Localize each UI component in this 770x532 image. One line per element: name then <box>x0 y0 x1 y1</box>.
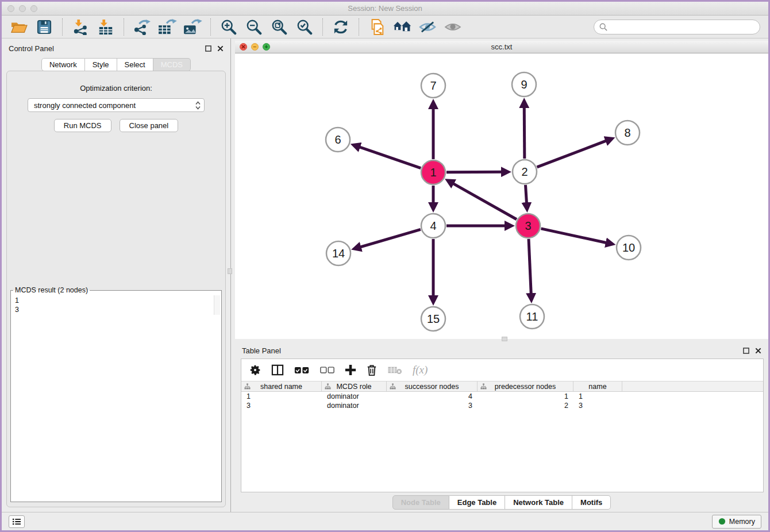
node-6[interactable]: 6 <box>326 128 350 152</box>
control-panel: Control Panel Network Style Select MCDS … <box>2 38 230 512</box>
column-layout-icon[interactable] <box>271 364 284 376</box>
edge-3-10[interactable] <box>541 229 606 243</box>
function-builder-button[interactable]: f(x) <box>413 364 428 376</box>
attribute-type-icon <box>480 383 487 390</box>
table-splitter-handle[interactable] <box>502 337 507 341</box>
tab-select[interactable]: Select <box>117 58 153 71</box>
node-4[interactable]: 4 <box>421 214 445 238</box>
table-cell[interactable]: 4 <box>387 392 478 400</box>
panel-splitter[interactable] <box>230 38 235 512</box>
export-image-button[interactable] <box>181 17 204 37</box>
table-cell[interactable]: 1 <box>478 392 573 400</box>
edge-4-14[interactable] <box>360 229 421 246</box>
table-row[interactable]: 1dominator411 <box>241 392 763 401</box>
save-session-button[interactable] <box>33 17 56 37</box>
zoom-out-button[interactable] <box>242 17 265 37</box>
apply-layout-button[interactable] <box>329 17 352 37</box>
edge-3-1[interactable] <box>453 184 517 219</box>
table-cell[interactable]: 3 <box>387 402 478 410</box>
column-header-name[interactable]: name <box>573 381 622 391</box>
column-header-successor-nodes[interactable]: successor nodes <box>387 381 478 391</box>
edge-1-6[interactable] <box>360 147 421 168</box>
node-11[interactable]: 11 <box>520 304 544 329</box>
svg-text:15: 15 <box>427 313 440 325</box>
node-7[interactable]: 7 <box>421 74 445 98</box>
export-image-icon <box>183 19 202 35</box>
edge-3-11[interactable] <box>529 239 531 294</box>
network-close-button[interactable]: ✕ <box>240 43 247 51</box>
node-15[interactable]: 15 <box>421 307 445 331</box>
tab-node-table[interactable]: Node Table <box>392 495 449 510</box>
zoom-fit-button[interactable] <box>268 17 291 37</box>
deselect-all-rows-icon[interactable] <box>320 367 334 373</box>
edge-2-3[interactable] <box>525 185 526 203</box>
table-cell[interactable]: 3 <box>241 402 322 410</box>
export-network-icon <box>133 19 151 35</box>
show-task-history-button[interactable] <box>9 515 25 528</box>
export-table-button[interactable] <box>156 17 179 37</box>
network-zoom-button[interactable]: + <box>263 43 270 51</box>
search-input[interactable] <box>611 22 754 31</box>
zoom-selected-button[interactable] <box>293 17 316 37</box>
table-settings-gear-icon[interactable] <box>249 364 261 376</box>
node-10[interactable]: 10 <box>617 236 641 260</box>
column-header-mcds-role[interactable]: MCDS role <box>322 381 387 391</box>
table-cell[interactable]: dominator <box>322 402 387 410</box>
tab-style[interactable]: Style <box>85 58 117 71</box>
node-9[interactable]: 9 <box>512 72 536 97</box>
table-cell[interactable]: 2 <box>478 402 573 410</box>
node-14[interactable]: 14 <box>326 241 351 265</box>
network-canvas[interactable]: 7968124314101511 <box>235 53 768 339</box>
optimization-criterion-select[interactable]: strongly connected component <box>28 98 205 112</box>
table-cell[interactable]: 1 <box>241 392 322 400</box>
select-stepper-icon <box>195 101 201 110</box>
zoom-in-button[interactable] <box>217 17 240 37</box>
column-header-predecessor-nodes[interactable]: predecessor nodes <box>478 381 573 391</box>
table-splitter[interactable] <box>235 339 768 344</box>
network-minimize-button[interactable]: − <box>251 43 259 51</box>
close-table-panel-icon[interactable] <box>755 348 761 354</box>
delete-column-trash-icon[interactable] <box>367 364 377 376</box>
table-cell[interactable]: dominator <box>322 392 387 400</box>
hide-selected-button[interactable] <box>416 17 439 37</box>
add-column-icon[interactable] <box>345 364 356 376</box>
memory-button[interactable]: Memory <box>712 515 761 529</box>
column-header-shared-name[interactable]: shared name <box>241 381 322 391</box>
float-table-panel-icon[interactable] <box>743 348 749 354</box>
network-graph[interactable]: 7968124314101511 <box>235 53 768 339</box>
table-cell[interactable]: 3 <box>573 402 622 410</box>
search-box[interactable] <box>594 20 760 34</box>
close-panel-icon[interactable] <box>217 45 224 52</box>
edge-2-9[interactable] <box>524 107 525 159</box>
node-1[interactable]: 1 <box>421 160 445 184</box>
float-panel-icon[interactable] <box>205 45 211 52</box>
tab-network[interactable]: Network <box>41 58 85 71</box>
open-session-button[interactable] <box>7 17 30 37</box>
new-network-from-selection-button[interactable] <box>365 17 388 37</box>
close-panel-button[interactable]: Close panel <box>120 119 179 132</box>
splitter-handle[interactable] <box>228 268 232 274</box>
tab-motifs[interactable]: Motifs <box>572 495 611 510</box>
table-row[interactable]: 3dominator323 <box>241 401 763 410</box>
mcds-result-area[interactable]: 1 3 <box>12 295 220 315</box>
run-mcds-button[interactable]: Run MCDS <box>54 119 111 132</box>
result-scrollbar[interactable] <box>214 295 220 315</box>
edge-1-2[interactable] <box>446 172 502 172</box>
node-3[interactable]: 3 <box>516 214 540 238</box>
node-2[interactable]: 2 <box>513 160 537 184</box>
import-table-button[interactable] <box>94 17 117 37</box>
tab-mcds[interactable]: MCDS <box>153 58 191 71</box>
tab-edge-table[interactable]: Edge Table <box>449 495 505 510</box>
tab-network-table[interactable]: Network Table <box>505 495 572 510</box>
select-all-rows-icon[interactable] <box>294 367 310 374</box>
delete-table-icon[interactable] <box>387 365 402 375</box>
edge-2-8[interactable] <box>537 141 606 167</box>
show-all-button[interactable] <box>441 17 464 37</box>
export-network-button[interactable] <box>130 17 153 37</box>
table-cell[interactable]: 1 <box>573 392 622 400</box>
first-neighbors-button[interactable] <box>391 17 414 37</box>
import-network-button[interactable] <box>69 17 92 37</box>
network-window-titlebar[interactable]: scc.txt ✕ − + <box>235 41 768 53</box>
attribute-type-icon <box>244 383 251 390</box>
node-8[interactable]: 8 <box>615 121 640 145</box>
